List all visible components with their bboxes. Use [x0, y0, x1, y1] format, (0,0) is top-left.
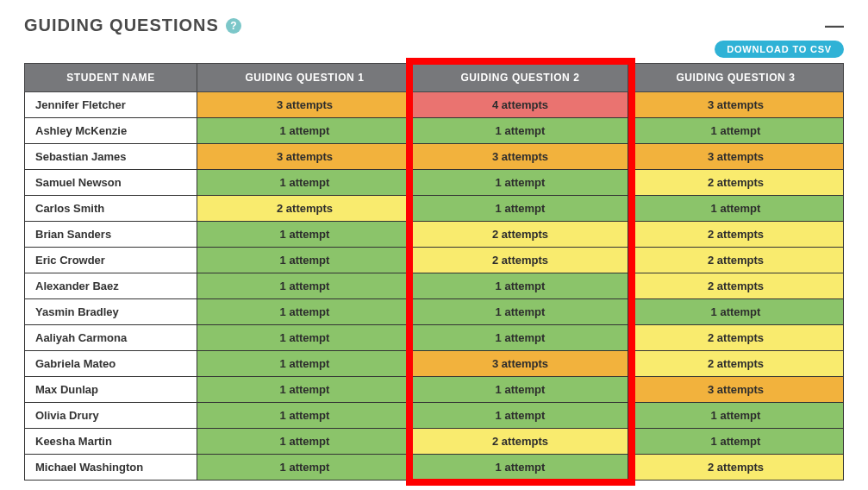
student-name-cell[interactable]: Eric Crowder: [25, 248, 197, 273]
table-row: Aaliyah Carmona1 attempt1 attempt2 attem…: [25, 325, 844, 351]
student-name-cell[interactable]: Ashley McKenzie: [25, 118, 197, 144]
attempt-cell[interactable]: 3 attempts: [628, 144, 844, 170]
attempt-cell[interactable]: 1 attempt: [197, 222, 413, 248]
student-name-cell[interactable]: Samuel Newson: [25, 170, 197, 196]
attempt-cell[interactable]: 1 attempt: [197, 351, 413, 377]
attempt-cell[interactable]: 3 attempts: [628, 377, 844, 403]
attempt-cell[interactable]: 1 attempt: [197, 248, 413, 273]
table-row: Jennifer Fletcher3 attempts4 attempts3 a…: [25, 92, 844, 118]
attempt-cell[interactable]: 1 attempt: [413, 403, 628, 429]
student-name-cell[interactable]: Alexander Baez: [25, 273, 197, 299]
attempt-cell[interactable]: 3 attempts: [413, 351, 628, 377]
table-row: Ashley McKenzie1 attempt1 attempt1 attem…: [25, 118, 844, 144]
student-name-cell[interactable]: Jennifer Fletcher: [25, 92, 197, 118]
attempt-cell[interactable]: 1 attempt: [197, 325, 413, 351]
attempt-cell[interactable]: 1 attempt: [413, 455, 628, 481]
student-name-cell[interactable]: Yasmin Bradley: [25, 299, 197, 325]
attempt-cell[interactable]: 2 attempts: [628, 273, 844, 299]
col-header-student-name[interactable]: STUDENT NAME: [25, 64, 197, 92]
attempt-cell[interactable]: 3 attempts: [628, 92, 844, 118]
student-name-cell[interactable]: Carlos Smith: [25, 196, 197, 222]
attempt-cell[interactable]: 1 attempt: [197, 429, 413, 455]
attempt-cell[interactable]: 2 attempts: [413, 429, 628, 455]
table-row: Samuel Newson1 attempt1 attempt2 attempt…: [25, 170, 844, 196]
attempt-cell[interactable]: 2 attempts: [628, 325, 844, 351]
attempt-cell[interactable]: 1 attempt: [413, 118, 628, 144]
table-row: Alexander Baez1 attempt1 attempt2 attemp…: [25, 273, 844, 299]
attempt-cell[interactable]: 1 attempt: [628, 403, 844, 429]
attempt-cell[interactable]: 3 attempts: [413, 144, 628, 170]
guiding-questions-table: STUDENT NAME GUIDING QUESTION 1 GUIDING …: [24, 63, 844, 481]
attempt-cell[interactable]: 2 attempts: [628, 222, 844, 248]
table-row: Brian Sanders1 attempt2 attempts2 attemp…: [25, 222, 844, 248]
attempt-cell[interactable]: 1 attempt: [413, 273, 628, 299]
student-name-cell[interactable]: Michael Washington: [25, 455, 197, 481]
attempt-cell[interactable]: 2 attempts: [628, 248, 844, 273]
student-name-cell[interactable]: Aaliyah Carmona: [25, 325, 197, 351]
attempt-cell[interactable]: 1 attempt: [628, 429, 844, 455]
attempt-cell[interactable]: 3 attempts: [197, 92, 413, 118]
col-header-gq3[interactable]: GUIDING QUESTION 3: [628, 64, 844, 92]
student-name-cell[interactable]: Olivia Drury: [25, 403, 197, 429]
student-name-cell[interactable]: Brian Sanders: [25, 222, 197, 248]
student-name-cell[interactable]: Max Dunlap: [25, 377, 197, 403]
attempt-cell[interactable]: 2 attempts: [628, 351, 844, 377]
attempt-cell[interactable]: 1 attempt: [413, 325, 628, 351]
attempt-cell[interactable]: 3 attempts: [197, 144, 413, 170]
attempt-cell[interactable]: 1 attempt: [197, 299, 413, 325]
student-name-cell[interactable]: Sebastian James: [25, 144, 197, 170]
attempt-cell[interactable]: 1 attempt: [197, 377, 413, 403]
attempt-cell[interactable]: 1 attempt: [628, 196, 844, 222]
attempt-cell[interactable]: 2 attempts: [628, 455, 844, 481]
col-header-gq2[interactable]: GUIDING QUESTION 2: [413, 64, 628, 92]
attempt-cell[interactable]: 1 attempt: [413, 377, 628, 403]
table-header-row: STUDENT NAME GUIDING QUESTION 1 GUIDING …: [25, 64, 844, 92]
page-title: GUIDING QUESTIONS: [24, 16, 219, 35]
attempt-cell[interactable]: 2 attempts: [197, 196, 413, 222]
student-name-cell[interactable]: Gabriela Mateo: [25, 351, 197, 377]
table-row: Eric Crowder1 attempt2 attempts2 attempt…: [25, 248, 844, 273]
table-row: Max Dunlap1 attempt1 attempt3 attempts: [25, 377, 844, 403]
attempt-cell[interactable]: 2 attempts: [628, 170, 844, 196]
table-row: Yasmin Bradley1 attempt1 attempt1 attemp…: [25, 299, 844, 325]
attempt-cell[interactable]: 1 attempt: [197, 403, 413, 429]
attempt-cell[interactable]: 1 attempt: [197, 455, 413, 481]
attempt-cell[interactable]: 1 attempt: [197, 118, 413, 144]
download-csv-button[interactable]: DOWNLOAD TO CSV: [715, 41, 844, 58]
attempt-cell[interactable]: 1 attempt: [413, 196, 628, 222]
table-row: Keesha Martin1 attempt2 attempts1 attemp…: [25, 429, 844, 455]
student-name-cell[interactable]: Keesha Martin: [25, 429, 197, 455]
table-row: Gabriela Mateo1 attempt3 attempts2 attem…: [25, 351, 844, 377]
collapse-icon[interactable]: —: [825, 16, 844, 35]
attempt-cell[interactable]: 1 attempt: [197, 273, 413, 299]
table-row: Carlos Smith2 attempts1 attempt1 attempt: [25, 196, 844, 222]
attempt-cell[interactable]: 1 attempt: [197, 170, 413, 196]
table-row: Sebastian James3 attempts3 attempts3 att…: [25, 144, 844, 170]
header-row: GUIDING QUESTIONS ? —: [24, 16, 844, 35]
help-icon[interactable]: ?: [226, 18, 241, 34]
col-header-gq1[interactable]: GUIDING QUESTION 1: [197, 64, 413, 92]
table-row: Michael Washington1 attempt1 attempt2 at…: [25, 455, 844, 481]
attempt-cell[interactable]: 1 attempt: [413, 170, 628, 196]
title-wrap: GUIDING QUESTIONS ?: [24, 16, 241, 35]
table-container: STUDENT NAME GUIDING QUESTION 1 GUIDING …: [24, 63, 844, 481]
attempt-cell[interactable]: 2 attempts: [413, 248, 628, 273]
attempt-cell[interactable]: 1 attempt: [413, 299, 628, 325]
attempt-cell[interactable]: 2 attempts: [413, 222, 628, 248]
attempt-cell[interactable]: 1 attempt: [628, 299, 844, 325]
download-row: DOWNLOAD TO CSV: [24, 41, 844, 58]
table-row: Olivia Drury1 attempt1 attempt1 attempt: [25, 403, 844, 429]
attempt-cell[interactable]: 1 attempt: [628, 118, 844, 144]
attempt-cell[interactable]: 4 attempts: [413, 92, 628, 118]
